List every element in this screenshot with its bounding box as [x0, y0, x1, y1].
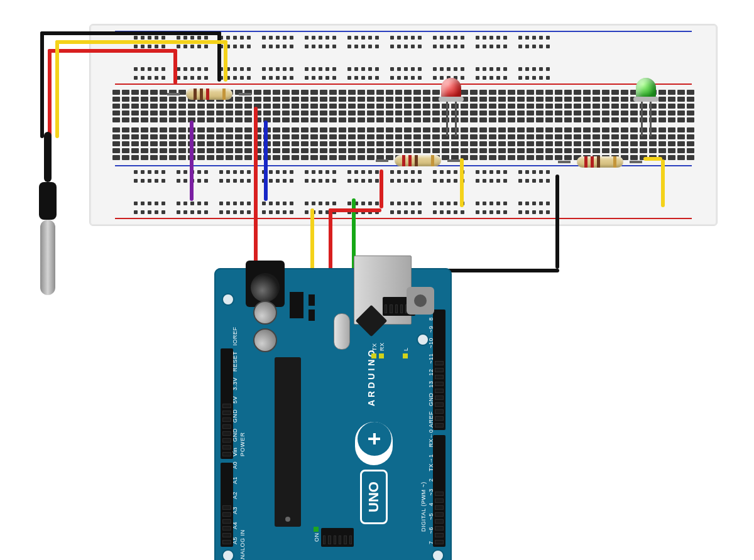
wire-red-led-to-rail [380, 170, 383, 208]
probe-wire-yellow-v [55, 40, 59, 138]
atmega328p [275, 357, 301, 527]
resistor-pullup [175, 87, 244, 102]
icsp-header [321, 528, 354, 547]
power-header [221, 348, 233, 459]
probe-wire-black-v [40, 31, 44, 138]
pin-label-A5: A5 [232, 537, 238, 544]
analog-header [221, 463, 233, 547]
led-red [439, 78, 464, 116]
pin-label-8: 8 [428, 317, 434, 321]
power-label: POWER [239, 432, 246, 456]
pin-label-A0: A0 [232, 461, 238, 469]
pin-label-5: ~5 [428, 513, 434, 520]
pin-label-9: ~9 [428, 326, 434, 333]
breadboard: // populated after DOM [89, 24, 718, 226]
circuit-diagram: // populated after DOM [0, 0, 754, 560]
ds18b20-probe [35, 132, 60, 270]
probe-wire-red-h [48, 49, 177, 53]
pin-label-A3: A3 [232, 507, 238, 514]
probe-wire-yellow-h [55, 40, 227, 44]
uno-label: UNO [360, 470, 388, 524]
pin-label-7: 7 [428, 541, 434, 544]
pin-label-AREF: AREF [428, 411, 434, 428]
probe-wire-black-drop [217, 31, 221, 82]
pin-label-A2: A2 [232, 492, 238, 499]
pin-label-A1: A1 [232, 477, 238, 484]
rx-led-label: RX [379, 342, 385, 351]
pin-label-12: 12 [428, 369, 434, 375]
wire-red-led-gnd [460, 158, 464, 207]
pin-label-RESET: RESET [232, 352, 238, 372]
pin-label-IOREF: IOREF [232, 327, 238, 346]
pin-label-RX0: RX←0 [428, 429, 434, 448]
pin-label-4: 4 [428, 502, 434, 506]
arduino-uno: ANALOG IN POWER DIGITAL (PWM ~) A5A4A3A2… [214, 268, 452, 560]
led-green [633, 78, 658, 116]
pin-label-5V: 5V [232, 396, 238, 404]
resistor-green-led [566, 154, 635, 170]
power-barrel-jack [246, 261, 285, 307]
on-led-label: ON [314, 533, 320, 542]
jumper-purple [190, 121, 194, 201]
pin-label-2: 2 [428, 478, 434, 482]
rail-bot-2 [109, 194, 698, 222]
l-led-label: L [403, 347, 409, 351]
pin-label-11: ~11 [428, 353, 434, 364]
pin-label-Vin: Vin [232, 448, 238, 456]
pin-label-TX1: TX→1 [428, 454, 434, 471]
analog-in-label: ANALOG IN [239, 529, 246, 560]
pin-label-13: 13 [428, 380, 434, 387]
pin-label-GND: GND [232, 428, 238, 442]
pin-label-A4: A4 [232, 522, 238, 529]
crystal-oscillator [334, 313, 350, 350]
wire-d12-v1 [555, 175, 559, 269]
capacitor-1 [253, 328, 277, 352]
digital-label: DIGITAL (PWM ~) [420, 482, 427, 532]
digital-header-right [433, 310, 445, 430]
probe-wire-red-v [48, 49, 52, 138]
rail-top-2 [109, 60, 698, 87]
wire-green-led-gnd-v [661, 159, 665, 207]
pin-label-GND: GND [232, 409, 238, 423]
resistor-red-led [383, 153, 452, 168]
capacitor-2 [253, 301, 277, 325]
pin-label-6: ~6 [428, 527, 434, 534]
probe-wire-black-h [40, 31, 221, 35]
probe-wire-red-drop [173, 49, 177, 84]
jumper-blue [264, 121, 268, 201]
pin-label-GND: GND [428, 392, 434, 406]
digital-header-left [433, 435, 445, 547]
wire-green-led-gnd-h [643, 157, 662, 161]
tx-led-label: TX [371, 343, 378, 351]
pin-label-10: ~10 [428, 338, 434, 348]
pin-label-33V: 3.3V [232, 377, 238, 390]
pin-label-3: ~3 [428, 488, 434, 495]
wire-d11-h [329, 208, 381, 212]
probe-wire-yellow-drop [224, 40, 227, 82]
reset-button[interactable] [407, 287, 434, 315]
